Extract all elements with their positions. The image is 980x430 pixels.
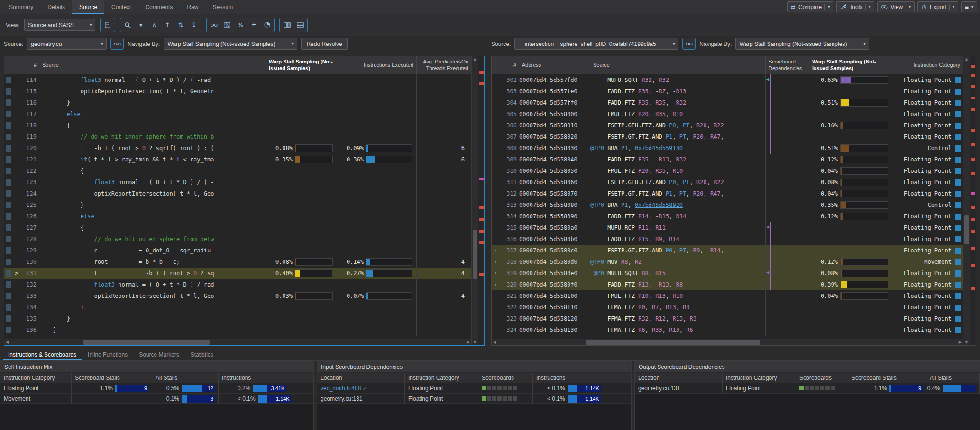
scroll-down-icon[interactable]: ▼ xyxy=(963,340,970,344)
source-row[interactable]: 124 optixReportIntersection( t * l, Geo xyxy=(4,188,471,199)
source-row[interactable]: 120 t = -b + ( root > 0 ? sqrtf( root ) … xyxy=(4,143,471,154)
sass-row[interactable]: 31500007bd4 5d5580a0 MUFU.RCP R11, R11◀F… xyxy=(492,222,963,233)
column-header[interactable]: All Stalls xyxy=(926,373,980,383)
tab-context[interactable]: Context xyxy=(104,0,138,14)
vscroll-thumb[interactable] xyxy=(473,230,477,279)
search-icon[interactable] xyxy=(121,19,134,31)
column-header[interactable]: Instructions xyxy=(219,373,313,383)
tab-summary[interactable]: Summary xyxy=(2,0,40,14)
plus-minus-icon[interactable]: ± xyxy=(247,19,260,31)
scroll-right-icon[interactable]: ▶ xyxy=(959,340,962,344)
link-panes-icon[interactable] xyxy=(682,38,696,50)
column-header[interactable]: Instruction Category xyxy=(723,373,796,383)
prev-hotspot-icon[interactable]: ↥ xyxy=(161,19,174,31)
menu-button[interactable]: ≡ ▾ xyxy=(961,1,977,12)
sass-row[interactable]: 30900007bd4 5d558040 FADD.FTZ R35, -R13,… xyxy=(492,154,963,165)
bottom-tab-inline-functions[interactable]: Inline Functions xyxy=(82,349,133,360)
redo-resolve-button[interactable]: Redo Resolve xyxy=(301,38,347,50)
show-percentage-icon[interactable]: % xyxy=(221,19,233,31)
source-row[interactable]: 127 { xyxy=(4,222,471,233)
sass-row[interactable]: 30300007bd4 5d557fe0 FADD.FTZ R35, -RZ, … xyxy=(492,86,963,97)
scroll-up-icon[interactable]: ▲ xyxy=(472,57,478,61)
scroll-left-icon[interactable]: ◀ xyxy=(6,340,9,344)
column-header[interactable]: Scoreboards xyxy=(796,373,848,383)
branch-target-link[interactable]: 0x7bd45d558920 xyxy=(635,202,683,208)
column-header[interactable]: Instructions xyxy=(533,373,631,383)
source-row[interactable]: >131 t = -b + ( root > 0 ? sq0.40%0.27%4 xyxy=(4,268,471,279)
hscroll-thumb[interactable] xyxy=(586,340,760,345)
chevron-down-icon[interactable]: ▾ xyxy=(909,5,911,9)
left-navigate-combo[interactable]: Warp Stall Sampling (Not-issued Samples)… xyxy=(164,38,297,50)
source-row[interactable]: 115 optixReportIntersection( t * l, Geom… xyxy=(4,86,471,97)
source-vscrollbar[interactable]: ▲ ▼ xyxy=(471,56,478,345)
bottom-tab-statistics[interactable]: Statistics xyxy=(185,349,219,360)
bottom-tab-instructions-scoreboards[interactable]: Instructions & Scoreboards xyxy=(3,349,82,360)
stacked-layout-icon[interactable] xyxy=(294,19,306,31)
side-by-side-layout-icon[interactable] xyxy=(281,19,293,31)
open-source-file-icon[interactable] xyxy=(101,19,114,31)
source-row[interactable]: 132 float3 normal = ( O + t * D ) / rad xyxy=(4,279,471,290)
source-row[interactable]: 128 // do we hit outer sphere from betw xyxy=(4,233,471,245)
col-header-address[interactable]: Address xyxy=(519,56,590,74)
tab-details[interactable]: Details xyxy=(40,0,72,14)
chevron-down-icon[interactable]: ▾ xyxy=(828,5,830,9)
export-button[interactable]: Export ▾ xyxy=(917,1,958,12)
sass-row[interactable]: 30500007bd4 5d558000 FMUL.FTZ R20, R35, … xyxy=(492,108,963,120)
column-header[interactable]: All Stalls xyxy=(152,373,219,383)
column-header[interactable]: Scoreboards xyxy=(478,373,533,383)
source-row[interactable]: 122 { xyxy=(4,165,471,177)
sass-hscrollbar[interactable]: ◀ ▶ xyxy=(492,339,963,345)
scroll-right-icon[interactable]: ▶ xyxy=(467,340,470,344)
sass-row[interactable]: 31900007bd4 5d5580e0 @P0 MUFU.SQRT R8, R… xyxy=(492,268,963,279)
table-row[interactable]: geometry.cu:131Floating Point< 0.1%1.14K xyxy=(317,394,631,404)
col-header-warp-stall[interactable]: Warp Stall Sampling (Not-issued Samples) xyxy=(266,56,337,74)
sass-heatmap-strip[interactable] xyxy=(970,56,976,345)
chevron-down-icon[interactable]: ▾ xyxy=(953,5,954,9)
search-options-caret-icon[interactable]: ▾ xyxy=(135,19,147,31)
sass-row[interactable]: 32000007bd4 5d5580f0 FADD.FTZ R13, -R13,… xyxy=(492,279,963,290)
source-row[interactable]: 114 float3 normal = ( O + t * D ) / ( -r… xyxy=(4,74,471,86)
link-panes-icon[interactable] xyxy=(110,38,124,50)
sass-row[interactable]: 30200007bd4 5d557fd0 MUFU.SQRT R32, R32◀… xyxy=(492,74,963,86)
sass-row[interactable]: 32400007bd4 5d558130 FFMA.FTZ R6, R33, R… xyxy=(492,324,963,336)
view-mode-combo[interactable]: Source and SASS ▾ xyxy=(24,19,95,31)
source-row[interactable]: 126 else xyxy=(4,211,471,222)
col-header-line[interactable]: # xyxy=(4,56,39,74)
sass-row[interactable]: 31300007bd4 5d558080@!P0 BRA P1, 0x7bd45… xyxy=(492,199,963,211)
sass-row[interactable]: 30700007bd4 5d558020 FSETP.GT.FTZ.AND P1… xyxy=(492,131,963,143)
source-row[interactable]: 135 } xyxy=(4,313,471,324)
source-row[interactable]: 121 if( t * l > ray_tmin && t * l < ray_… xyxy=(4,154,471,165)
col-header-warp-stall[interactable]: Warp Stall Sampling (Not-issued Samples) xyxy=(809,56,892,74)
sass-row[interactable]: 31200007bd4 5d558070 FSETP.GT.FTZ.AND P1… xyxy=(492,188,963,199)
left-source-combo[interactable]: geometry.cu ▾ xyxy=(27,38,107,50)
vscroll-thumb[interactable] xyxy=(964,215,969,244)
percent-mode-icon[interactable]: % xyxy=(234,19,247,31)
sass-row[interactable]: 30400007bd4 5d557ff0 FADD.FTZ R35, R35, … xyxy=(492,97,963,108)
sass-row[interactable]: 31100007bd4 5d558060 FSETP.GEU.FTZ.AND P… xyxy=(492,177,963,188)
scroll-up-icon[interactable]: ▲ xyxy=(963,57,970,61)
hscroll-thumb[interactable] xyxy=(83,340,210,345)
source-row[interactable]: 117 else xyxy=(4,108,471,120)
tab-source[interactable]: Source xyxy=(72,0,104,14)
sass-row[interactable]: 31700007bd4 5d5580c0 FSETP.GT.FTZ.AND P0… xyxy=(492,245,963,256)
view-button[interactable]: View ▾ xyxy=(877,1,915,12)
source-row[interactable]: 118 { xyxy=(4,120,471,131)
source-row[interactable]: 116 } xyxy=(4,97,471,108)
sass-row[interactable]: 31400007bd4 5d558090 FADD.FTZ R14, -R15,… xyxy=(492,211,963,222)
column-header[interactable]: Location xyxy=(635,373,723,383)
column-header[interactable]: Scoreboard Stalls xyxy=(72,373,152,383)
sass-row[interactable]: 32100007bd4 5d558100 FMUL.FTZ R10, R13, … xyxy=(492,290,963,302)
source-row[interactable]: 119 // do we hit inner sphere from withi… xyxy=(4,131,471,143)
source-row[interactable]: 125 } xyxy=(4,199,471,211)
resolve-link-icon[interactable] xyxy=(208,19,220,31)
column-header[interactable]: Instruction Category xyxy=(0,373,72,383)
table-row[interactable]: Floating Point1.1%90.5%120.2%3.41K xyxy=(0,383,313,394)
next-hotspot-icon[interactable]: ↧ xyxy=(188,19,200,31)
branch-target-link[interactable]: 0x7bd45d559130 xyxy=(635,145,683,152)
hotspot-updown-icon[interactable]: ⇅ xyxy=(174,19,187,31)
tab-raw[interactable]: Raw xyxy=(180,0,205,14)
col-header-threads[interactable]: Avg. Predicated-On Threads Executed xyxy=(416,56,471,74)
tab-session[interactable]: Session xyxy=(205,0,240,14)
tools-button[interactable]: Tools ▾ xyxy=(836,1,874,12)
compare-button[interactable]: ⇄ Compare ▾ xyxy=(787,1,833,12)
